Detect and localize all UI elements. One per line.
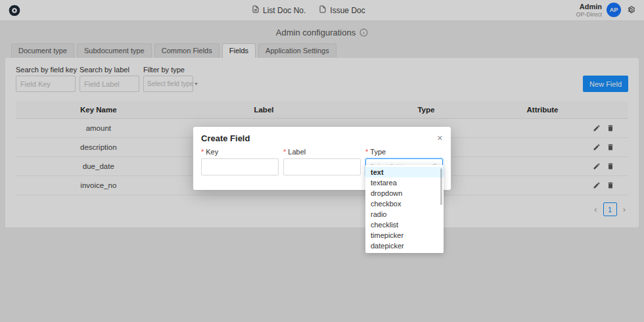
type-option-datepicker[interactable]: datepicker (365, 241, 444, 251)
type-options-dropdown: text textarea dropdown checkbox radio ch… (365, 165, 444, 253)
dropdown-scrollbar[interactable] (440, 168, 442, 205)
key-field-group: *Key (201, 148, 279, 175)
modal-header: Create Field ✕ (201, 133, 443, 143)
type-option-textarea[interactable]: textarea (365, 177, 444, 188)
modal-title: Create Field (201, 133, 250, 143)
type-option-timepicker[interactable]: timepicker (365, 230, 444, 241)
type-option-radio[interactable]: radio (365, 209, 444, 219)
key-field-label: *Key (201, 148, 279, 156)
required-mark: * (201, 148, 204, 156)
key-field-input[interactable] (201, 158, 279, 175)
type-option-checkbox[interactable]: checkbox (365, 198, 444, 209)
type-field-label: *Type (365, 148, 443, 156)
required-mark: * (365, 148, 368, 156)
label-field-input[interactable] (283, 158, 361, 175)
close-icon[interactable]: ✕ (437, 134, 443, 143)
required-mark: * (283, 148, 286, 156)
label-field-label: *Label (283, 148, 361, 156)
type-option-text[interactable]: text (365, 167, 444, 177)
type-option-dropdown[interactable]: dropdown (365, 188, 444, 198)
type-option-checklist[interactable]: checklist (365, 219, 444, 230)
label-field-group: *Label (283, 148, 361, 175)
